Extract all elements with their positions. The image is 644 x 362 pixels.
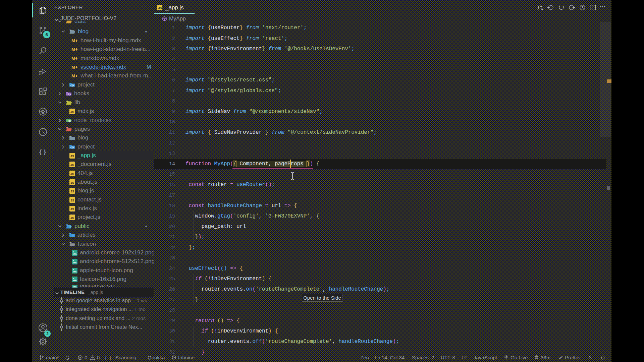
svg-text:JS: JS <box>70 190 74 193</box>
svg-text:JS: JS <box>70 207 74 211</box>
svg-text:JS: JS <box>70 216 74 220</box>
svg-text:M: M <box>71 65 75 69</box>
svg-text:M: M <box>71 47 75 52</box>
svg-text:JS: JS <box>70 155 74 158</box>
svg-text:M: M <box>71 73 75 78</box>
svg-text:JS: JS <box>70 181 74 184</box>
svg-text:JS: JS <box>70 163 74 167</box>
svg-text:JS: JS <box>70 199 74 202</box>
svg-text:M: M <box>71 56 75 61</box>
svg-text:JS: JS <box>70 172 74 176</box>
svg-text:JS: JS <box>70 110 74 114</box>
svg-text:M: M <box>71 38 75 43</box>
svg-text:JS: JS <box>158 6 162 10</box>
